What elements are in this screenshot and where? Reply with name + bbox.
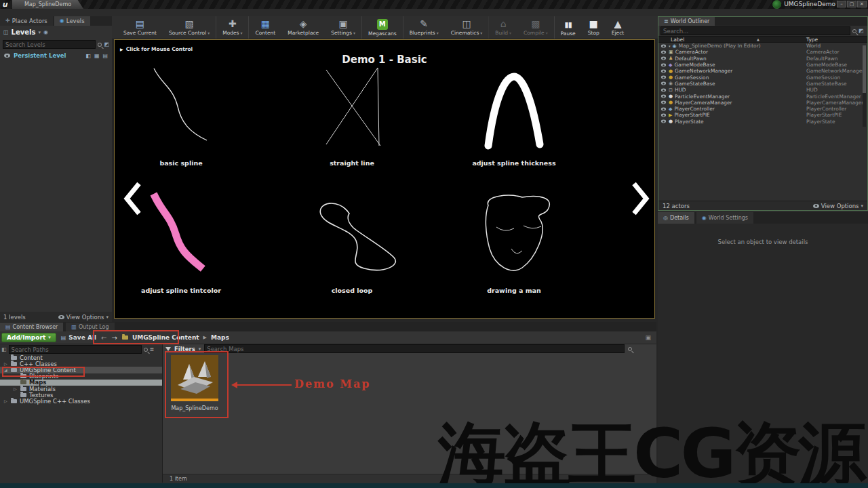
minimize-button[interactable]: – [837, 1, 846, 7]
expand-arrow-icon[interactable]: ▷ [4, 361, 8, 366]
tree-item[interactable]: ▷ UMGSpline C++ Classes [0, 398, 162, 404]
lock-icon[interactable]: ◧ [85, 53, 91, 59]
folder-icon [11, 368, 17, 372]
expand-arrow-icon[interactable]: ▷ [14, 386, 18, 391]
column-type[interactable]: Type [806, 37, 818, 43]
expand-arrow-icon[interactable]: ◢ [4, 367, 8, 372]
outliner-view-options[interactable]: View Options ▾ [813, 203, 863, 209]
visibility-eye-icon[interactable] [661, 88, 666, 92]
outliner-row[interactable]: ▾ GameModeBase GameModeBase [658, 62, 867, 68]
actor-type: PlayerController [806, 106, 846, 112]
document-tab[interactable]: Map_SplineDemo [12, 0, 83, 9]
save-level-icon[interactable]: ▤ [102, 53, 108, 59]
search-paths-input[interactable] [9, 345, 142, 354]
outliner-search-input[interactable] [660, 26, 850, 35]
outliner-row[interactable]: ▾ GameNetworkManager GameNetworkManager [658, 68, 867, 74]
toolbar-button[interactable]: Content [248, 16, 281, 39]
back-button[interactable]: ← [101, 334, 106, 342]
session-icon [669, 75, 673, 80]
toolbar-button[interactable]: Source Control [163, 16, 216, 39]
visibility-eye-icon[interactable] [661, 51, 666, 54]
visibility-eye-icon[interactable] [661, 57, 666, 60]
close-button[interactable]: ✕ [857, 1, 867, 7]
visibility-eye-icon[interactable] [661, 114, 666, 117]
filters-button[interactable]: Filters [174, 346, 195, 352]
tab-world-settings[interactable]: ◉ World Settings [696, 212, 753, 224]
outliner-row[interactable]: ▾ HUD HUD [658, 87, 867, 93]
column-label[interactable]: Label [671, 37, 684, 43]
collapse-sources-icon[interactable]: ◧ [1, 346, 7, 352]
content-browser-icon: ▤ [5, 323, 11, 331]
tab-output-log[interactable]: ▥ Output Log [66, 323, 114, 331]
tab-content-browser[interactable]: ▤ Content Browser [0, 323, 63, 331]
outliner-row[interactable]: ▾ CameraActor CameraActor [658, 49, 867, 55]
expand-caret-icon[interactable]: ▾ [669, 44, 671, 48]
levels-dropdown[interactable]: Levels [12, 28, 36, 36]
levels-view-options[interactable]: View Options ▾ [58, 314, 108, 321]
megascans-icon [377, 19, 388, 30]
visibility-eye-icon[interactable] [661, 69, 666, 73]
search-levels-input[interactable] [3, 40, 96, 49]
next-arrow-button[interactable] [630, 181, 650, 216]
maximize-button[interactable]: ▢ [847, 1, 856, 7]
visibility-eye-icon[interactable] [4, 54, 10, 58]
toolbar-button[interactable]: Blueprints [403, 16, 445, 39]
game-viewport[interactable]: ▶ Click for Mouse Control Demo 1 - Basic… [114, 39, 655, 319]
visibility-eye-icon[interactable] [661, 120, 666, 123]
outliner-column-header[interactable]: Label ▲ Type [658, 36, 867, 43]
toolbar-button[interactable]: Build [488, 16, 517, 39]
toolbar-button[interactable]: Eject [606, 16, 631, 39]
visibility-eye-icon[interactable] [661, 44, 666, 47]
outliner-row[interactable]: ▾ PlayerCameraManager PlayerCameraManage… [658, 100, 867, 106]
outliner-scrollbar[interactable] [863, 45, 866, 127]
view-list-icon[interactable]: ≣ [150, 346, 155, 352]
outliner-row[interactable]: ▾ DefaultPawn DefaultPawn [658, 56, 867, 62]
scrollbar-thumb[interactable] [863, 45, 866, 93]
visibility-eye-icon[interactable] [661, 101, 666, 104]
toolbar-button[interactable]: Megascans [361, 16, 403, 39]
breadcrumb-item-maps[interactable]: Maps [211, 334, 229, 341]
tab-levels[interactable]: ◉ Levels [54, 16, 90, 26]
toolbar-button-label: Build [495, 30, 511, 36]
outliner-row[interactable]: ▾ GameSession GameSession [658, 74, 867, 80]
outliner-row[interactable]: ▾ PlayerState PlayerState [658, 119, 867, 125]
add-import-button[interactable]: Add/Import ▾ [1, 333, 56, 342]
toolbar-button[interactable]: Settings [325, 16, 361, 39]
tree-item[interactable]: ◢ UMGSpline Content [0, 367, 162, 373]
visibility-eye-icon[interactable] [661, 76, 666, 79]
toolbar-button[interactable]: Modes [216, 16, 248, 39]
outliner-row[interactable]: ▾ Map_SplineDemo (Play In Editor) World [658, 43, 867, 49]
tree-item[interactable]: ▷ Materials [0, 386, 162, 392]
visibility-eye-icon[interactable] [661, 63, 666, 66]
lock-icon[interactable]: ▣ [645, 334, 651, 341]
toolbar-button[interactable]: Pause [554, 16, 582, 39]
search-maps-input[interactable] [204, 344, 625, 353]
outliner-row[interactable]: ▾ PlayerController PlayerController [658, 106, 867, 112]
forward-button[interactable]: → [112, 334, 117, 342]
outliner-row[interactable]: ▾ PlayerStartPIE PlayerStartPIE [658, 112, 867, 118]
tab-place-actors[interactable]: ✛ Place Actors [0, 16, 53, 26]
visibility-eye-icon[interactable] [661, 82, 666, 85]
game-visibility-icon[interactable]: ▦ [94, 53, 100, 59]
expand-arrow-icon[interactable]: ▷ [4, 399, 8, 403]
prev-arrow-button[interactable] [123, 181, 143, 216]
toolbar-button[interactable]: Marketplace [281, 16, 325, 39]
tree-item[interactable]: Maps [0, 380, 162, 386]
app-badge-icon [772, 0, 781, 9]
tab-world-outliner[interactable]: ≣ World Outliner [658, 17, 715, 26]
save-all-button[interactable]: ▤ Save All [61, 334, 96, 341]
tree-item[interactable]: Blueprints [0, 373, 162, 380]
left-tab-strip: ✛ Place Actors ◉ Levels [0, 16, 112, 26]
outliner-row[interactable]: ▾ GameStateBase GameStateBase [658, 81, 867, 87]
outliner-row[interactable]: ▾ ParticleEventManager ParticleEventMana… [658, 93, 867, 99]
toolbar-button[interactable]: Stop [582, 16, 606, 39]
asset-tile-map-splinedemo[interactable]: Map_SplineDemo [167, 355, 222, 411]
visibility-eye-icon[interactable] [661, 107, 666, 110]
breadcrumb-item-root[interactable]: UMGSpline Content [132, 334, 199, 341]
toolbar-button[interactable]: Compile [517, 16, 554, 39]
visibility-eye-icon[interactable] [661, 95, 666, 98]
persistent-level-row[interactable]: Persistent Level ◧ ▦ ▤ [0, 50, 112, 61]
toolbar-button[interactable]: Cinematics [445, 16, 489, 39]
tab-details[interactable]: ◎ Details [658, 212, 694, 224]
toolbar-button[interactable]: Save Current [117, 16, 163, 39]
